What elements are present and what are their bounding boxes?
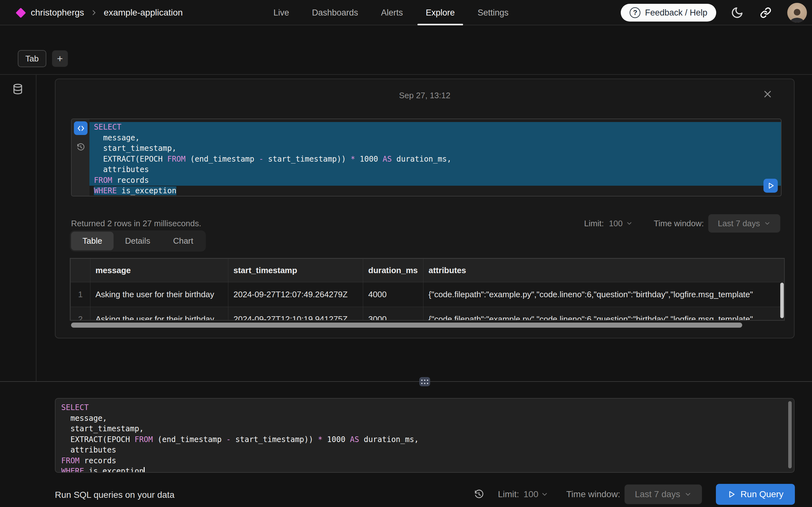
moon-icon (731, 6, 744, 19)
horizontal-scrollbar-thumb[interactable] (71, 323, 742, 328)
chevron-down-icon[interactable] (541, 491, 548, 498)
cell-message: Asking the user for their birthday (90, 307, 229, 321)
run-query-button[interactable]: Run Query (716, 484, 795, 505)
nav-item-explore[interactable]: Explore (426, 0, 455, 25)
time-window-value: Last 7 days (635, 489, 680, 499)
schema-browser-button[interactable] (12, 83, 23, 95)
nav-right-group: ? Feedback / Help (621, 0, 812, 25)
view-tab-table[interactable]: Table (71, 232, 113, 250)
time-window-select[interactable]: Last 7 days (624, 485, 702, 504)
row-number: 1 (71, 282, 90, 307)
time-window-value: Last 7 days (718, 219, 760, 228)
query-history-button[interactable] (77, 143, 85, 152)
cell-message: Asking the user for their birthday (90, 282, 229, 307)
cell-attributes: {"code.filepath":"example.py","code.line… (423, 282, 785, 307)
time-window-label: Time window: (654, 219, 704, 228)
limit-value[interactable]: 100 (609, 219, 623, 228)
pane-splitter-line (0, 381, 812, 382)
help-circle-icon: ? (629, 7, 641, 18)
query-history-card: Sep 27, 13:12 SELECT message, start_time… (55, 78, 795, 338)
cell-duration-ms: 3000 (363, 307, 423, 321)
result-view-tabs: Table Details Chart (70, 230, 206, 251)
cell-attributes: {"code.filepath":"example.py","code.line… (423, 307, 785, 321)
view-tab-chart[interactable]: Chart (162, 232, 205, 250)
chevron-down-icon (684, 491, 692, 498)
pane-drag-handle[interactable] (419, 377, 430, 386)
nav-item-dashboards[interactable]: Dashboards (312, 0, 358, 25)
table-row[interactable]: 2 Asking the user for their birthday 202… (71, 307, 785, 321)
feedback-help-label: Feedback / Help (645, 8, 707, 18)
editor-hint: Run SQL queries on your data (55, 490, 174, 500)
code-icon (77, 124, 85, 132)
link-icon (760, 7, 771, 18)
table-vertical-scrollbar-thumb[interactable] (780, 283, 784, 318)
query-timestamp: Sep 27, 13:12 (55, 91, 794, 101)
close-icon (763, 89, 772, 99)
column-header-duration-ms[interactable]: duration_ms (363, 259, 423, 282)
chevron-down-icon (764, 220, 771, 227)
nav-item-settings[interactable]: Settings (478, 0, 509, 25)
column-header-message[interactable]: message (90, 259, 229, 282)
top-nav: christophergs example-application Live D… (0, 0, 812, 25)
table-row[interactable]: 1 Asking the user for their birthday 202… (71, 282, 785, 307)
breadcrumb-org[interactable]: christophergs (31, 8, 84, 18)
breadcrumb-chevron-icon (90, 9, 97, 16)
time-window-label: Time window: (566, 489, 620, 499)
feedback-help-button[interactable]: ? Feedback / Help (621, 4, 716, 21)
sql-editor-text[interactable]: SELECT message, start_timestamp, EXTRACT… (55, 399, 794, 473)
header-divider (0, 74, 812, 75)
results-table-wrapper: message start_timestamp duration_ms attr… (70, 258, 785, 321)
historical-sql-text[interactable]: SELECT message, start_timestamp, EXTRACT… (90, 119, 781, 196)
copy-to-editor-button[interactable] (74, 121, 88, 135)
tab-bar: Tab + (18, 50, 68, 67)
breadcrumb-project[interactable]: example-application (104, 8, 183, 18)
editor-vertical-scrollbar-thumb[interactable] (788, 401, 792, 468)
card-query-controls: Limit: 100 Time window: Last 7 days (584, 214, 780, 233)
row-number: 2 (71, 307, 90, 321)
row-number-header (71, 259, 90, 282)
sql-editor[interactable]: SELECT message, start_timestamp, EXTRACT… (55, 398, 795, 473)
play-icon (727, 490, 735, 498)
cell-start-timestamp: 2024-09-27T12:10:19.941275Z (229, 307, 363, 321)
nav-item-live[interactable]: Live (273, 0, 289, 25)
query-history-button[interactable] (474, 489, 484, 499)
footer-controls: Limit: 100 Time window: Last 7 days Run … (474, 484, 795, 505)
play-icon (767, 182, 774, 189)
cell-start-timestamp: 2024-09-27T12:07:49.264279Z (229, 282, 363, 307)
column-header-start-timestamp[interactable]: start_timestamp (229, 259, 363, 282)
database-icon (12, 83, 23, 95)
query-block-gutter (72, 119, 90, 196)
view-tab-details[interactable]: Details (113, 232, 161, 250)
results-table: message start_timestamp duration_ms attr… (70, 259, 785, 321)
sidebar-divider (36, 75, 37, 381)
share-link-button[interactable] (760, 7, 771, 18)
result-summary: Returned 2 rows in 27 milliseconds. (71, 219, 201, 228)
main-nav: Live Dashboards Alerts Explore Settings (273, 0, 508, 25)
result-summary-row: Returned 2 rows in 27 milliseconds. Limi… (71, 214, 780, 233)
time-window-select[interactable]: Last 7 days (708, 214, 780, 233)
close-card-button[interactable] (763, 89, 772, 99)
breadcrumb: christophergs example-application (17, 0, 183, 25)
avatar[interactable] (787, 3, 807, 22)
cell-duration-ms: 4000 (363, 282, 423, 307)
tab-chip[interactable]: Tab (18, 50, 46, 67)
add-tab-button[interactable]: + (52, 50, 68, 67)
history-icon (77, 143, 85, 152)
theme-toggle-button[interactable] (731, 6, 744, 19)
chevron-down-icon[interactable] (626, 220, 633, 227)
table-header-row: message start_timestamp duration_ms attr… (71, 259, 785, 282)
drag-dots-icon (421, 380, 428, 384)
run-query-label: Run Query (741, 489, 783, 499)
history-icon (474, 489, 484, 499)
nav-item-alerts[interactable]: Alerts (381, 0, 403, 25)
run-historical-query-button[interactable] (763, 179, 778, 193)
limit-label: Limit: (584, 219, 604, 228)
historical-query-block[interactable]: SELECT message, start_timestamp, EXTRACT… (71, 118, 781, 196)
limit-label: Limit: (498, 489, 519, 499)
table-horizontal-scrollbar (70, 322, 785, 328)
limit-value[interactable]: 100 (524, 489, 539, 499)
logfire-logo-diamond[interactable] (15, 8, 26, 18)
column-header-attributes[interactable]: attributes (423, 259, 785, 282)
